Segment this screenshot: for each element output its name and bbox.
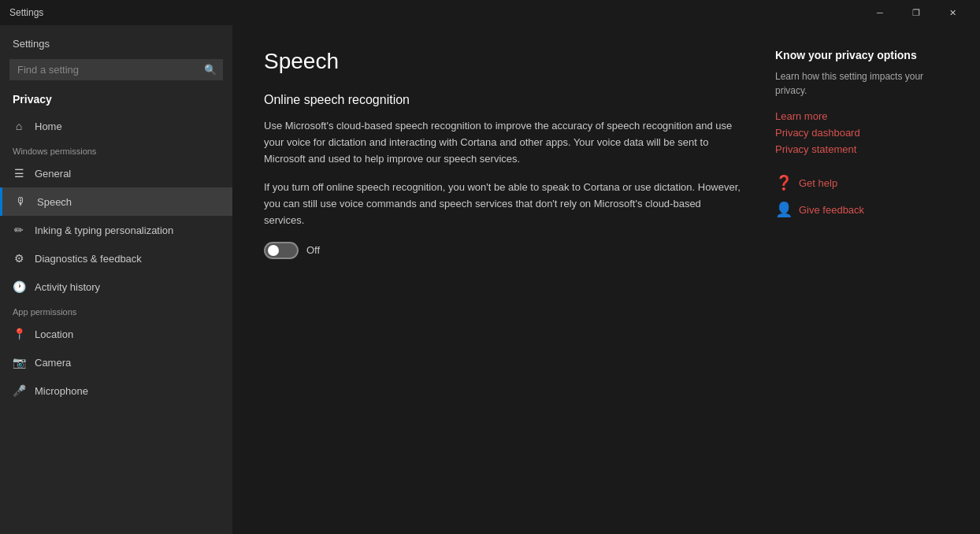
speech-icon: 🎙 (15, 195, 28, 208)
app-permissions-label: App permissions (0, 301, 232, 320)
toggle-label: Off (306, 244, 320, 256)
sidebar-header: Settings (0, 25, 232, 56)
sidebar-item-home-label: Home (35, 121, 62, 132)
titlebar: Settings ─ ❐ ✕ (0, 0, 980, 25)
sidebar: Settings 🔍 Privacy ⌂ Home Windows permis… (0, 25, 232, 534)
privacy-dashboard-link[interactable]: Privacy dashboard (775, 127, 948, 139)
right-panel-desc: Learn how this setting impacts your priv… (775, 69, 948, 98)
description-1: Use Microsoft's cloud-based speech recog… (264, 118, 744, 167)
search-box: 🔍 (9, 59, 223, 80)
right-panel-actions: ❓ Get help 👤 Give feedback (775, 174, 948, 218)
get-help-item[interactable]: ❓ Get help (775, 174, 948, 191)
sidebar-item-microphone-label: Microphone (35, 385, 88, 397)
toggle-knob (268, 245, 279, 256)
get-help-label[interactable]: Get help (799, 177, 837, 189)
help-icon: ❓ (775, 174, 791, 191)
sidebar-item-inking[interactable]: ✏ Inking & typing personalization (0, 216, 232, 244)
sidebar-item-diagnostics-label: Diagnostics & feedback (35, 253, 142, 265)
search-input[interactable] (9, 59, 223, 80)
main-content: Speech Online speech recognition Use Mic… (232, 25, 980, 534)
content-left: Speech Online speech recognition Use Mic… (264, 49, 744, 510)
location-icon: 📍 (13, 328, 25, 340)
inking-icon: ✏ (13, 224, 25, 236)
sidebar-item-speech[interactable]: 🎙 Speech (0, 187, 232, 216)
section-title: Online speech recognition (264, 93, 744, 107)
microphone-icon: 🎤 (13, 384, 25, 397)
give-feedback-item[interactable]: 👤 Give feedback (775, 201, 948, 218)
sidebar-item-home[interactable]: ⌂ Home (0, 112, 232, 140)
page-title: Speech (264, 49, 744, 74)
camera-icon: 📷 (13, 356, 25, 369)
sidebar-item-microphone[interactable]: 🎤 Microphone (0, 376, 232, 405)
sidebar-item-camera[interactable]: 📷 Camera (0, 348, 232, 376)
search-icon: 🔍 (204, 64, 217, 76)
sidebar-item-activity[interactable]: 🕐 Activity history (0, 273, 232, 301)
description-2: If you turn off online speech recognitio… (264, 180, 744, 228)
speech-recognition-toggle[interactable] (264, 242, 299, 259)
home-icon: ⌂ (13, 120, 25, 132)
windows-permissions-label: Windows permissions (0, 140, 232, 159)
right-panel-title: Know your privacy options (775, 49, 948, 61)
close-button[interactable]: ✕ (934, 0, 971, 25)
sidebar-item-inking-label: Inking & typing personalization (35, 224, 173, 236)
content-right: Know your privacy options Learn how this… (775, 49, 948, 510)
restore-button[interactable]: ❐ (898, 0, 934, 25)
sidebar-item-general-label: General (35, 168, 71, 180)
sidebar-item-general[interactable]: ☰ General (0, 159, 232, 187)
diagnostics-icon: ⚙ (13, 252, 25, 265)
sidebar-item-activity-label: Activity history (35, 281, 100, 293)
feedback-icon: 👤 (775, 201, 791, 218)
app-container: Settings 🔍 Privacy ⌂ Home Windows permis… (0, 25, 980, 534)
toggle-container: Off (264, 242, 744, 259)
titlebar-controls: ─ ❐ ✕ (862, 0, 971, 25)
sidebar-item-location-label: Location (35, 328, 73, 340)
titlebar-title: Settings (9, 7, 43, 18)
learn-more-link[interactable]: Learn more (775, 110, 948, 122)
general-icon: ☰ (13, 167, 25, 180)
privacy-section-label: Privacy (0, 90, 232, 112)
sidebar-item-speech-label: Speech (37, 196, 72, 208)
privacy-statement-link[interactable]: Privacy statement (775, 143, 948, 155)
minimize-button[interactable]: ─ (862, 0, 898, 25)
sidebar-item-diagnostics[interactable]: ⚙ Diagnostics & feedback (0, 244, 232, 273)
give-feedback-label[interactable]: Give feedback (799, 204, 864, 216)
sidebar-item-camera-label: Camera (35, 357, 71, 369)
activity-icon: 🕐 (13, 280, 25, 293)
sidebar-item-location[interactable]: 📍 Location (0, 320, 232, 348)
